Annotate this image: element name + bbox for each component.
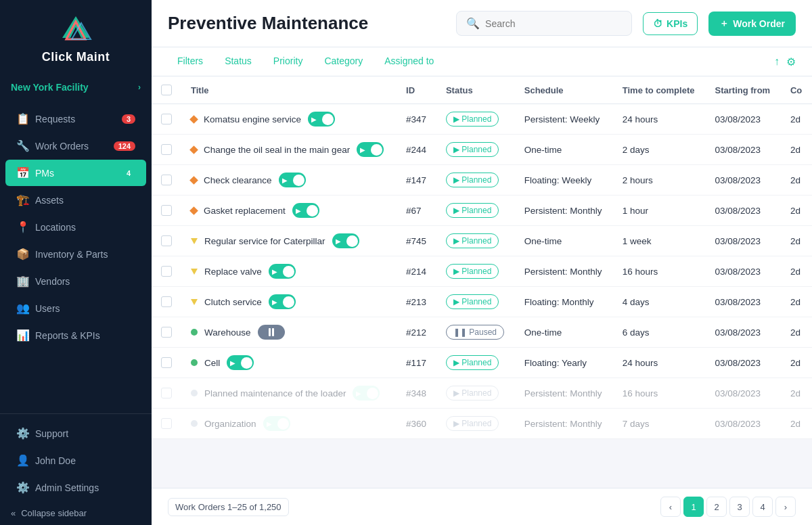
sidebar-item-support[interactable]: ⚙️ Support (5, 420, 146, 447)
pm-table: Title ID Status Schedule Time to complet… (152, 76, 812, 439)
sidebar-item-admin[interactable]: ⚙️ Admin Settings (5, 474, 146, 501)
prev-page-button[interactable]: ‹ (660, 497, 681, 517)
page-4-button[interactable]: 4 (752, 497, 773, 517)
row-title-cell: Replace valve▶ (181, 256, 397, 287)
sidebar-item-pms[interactable]: 📅 PMs 4 (5, 160, 146, 186)
sidebar-item-label: PMs (35, 168, 54, 179)
sidebar-item-vendors[interactable]: 🏢 Vendors (5, 268, 146, 294)
table-row: Gasket replacement▶#67▶ PlannedPersisten… (152, 196, 812, 226)
row-checkbox[interactable] (161, 144, 172, 155)
row-checkbox[interactable] (161, 388, 172, 398)
row-title-cell: Check clearance▶ (181, 165, 397, 196)
sidebar-item-reports[interactable]: 📊 Reports & KPIs (5, 322, 146, 348)
play-icon: ▶ (311, 116, 317, 123)
row-co: 2d (781, 135, 812, 165)
table-row: Planned maintenance of the loader▶#348▶ … (152, 378, 812, 409)
pm-toggle[interactable] (258, 325, 285, 340)
sidebar-item-label: Admin Settings (35, 482, 99, 493)
priority-indicator (191, 329, 198, 336)
next-page-button[interactable]: › (775, 497, 796, 517)
row-title: Change the oil seal in the main gear (204, 145, 350, 155)
row-checkbox[interactable] (161, 205, 172, 216)
row-id: #244 (397, 135, 436, 165)
pm-toggle[interactable]: ▶ (227, 355, 254, 370)
table-row: Replace valve▶#214▶ PlannedPersistent: M… (152, 256, 812, 287)
row-checkbox[interactable] (161, 235, 172, 246)
priority-indicator (191, 269, 198, 275)
sidebar-item-requests[interactable]: 📋 Requests 3 (5, 106, 146, 132)
row-time: 1 week (613, 226, 706, 256)
search-icon: 🔍 (466, 17, 480, 30)
pm-toggle[interactable]: ▶ (269, 294, 296, 309)
search-input[interactable] (485, 18, 622, 29)
priority-indicator (189, 145, 198, 154)
filter-priority[interactable]: Priority (264, 47, 313, 76)
table-row: Komatsu engine service▶#347▶ PlannedPers… (152, 104, 812, 135)
filter-filters[interactable]: Filters (168, 47, 212, 76)
filter-status[interactable]: Status (215, 47, 261, 76)
row-checkbox[interactable] (161, 357, 172, 368)
select-all-checkbox[interactable] (161, 85, 172, 95)
page-3-button[interactable]: 3 (729, 497, 750, 517)
pm-toggle[interactable]: ▶ (263, 416, 290, 431)
table-row: Check clearance▶#147▶ PlannedFloating: W… (152, 165, 812, 196)
row-schedule: Persistent: Weekly (515, 104, 613, 135)
row-checkbox[interactable] (161, 418, 172, 429)
status-badge: ▶ Planned (446, 112, 499, 127)
row-checkbox[interactable] (161, 296, 172, 307)
row-checkbox[interactable] (161, 114, 172, 124)
row-title: Komatsu engine service (204, 114, 301, 124)
row-checkbox[interactable] (161, 327, 172, 338)
table-row: Organization▶#360▶ PlannedPersistent: Mo… (152, 409, 812, 439)
row-co: 2d (781, 317, 812, 348)
row-status: ▶ Planned (436, 135, 515, 165)
search-bar[interactable]: 🔍 (456, 11, 632, 36)
status-badge: ▶ Planned (446, 294, 499, 309)
sidebar-item-user[interactable]: 👤 John Doe (5, 447, 146, 474)
export-icon[interactable]: ↑ (774, 55, 780, 68)
work-order-button[interactable]: ＋ Work Order (708, 12, 796, 36)
row-title-cell: Organization▶ (181, 409, 397, 439)
sidebar-item-locations[interactable]: 📍 Locations (5, 214, 146, 240)
row-title-cell: Cell▶ (181, 348, 397, 378)
sidebar-item-assets[interactable]: 🏗️ Assets (5, 187, 146, 213)
work-orders-icon: 🔧 (16, 139, 28, 152)
pm-toggle[interactable]: ▶ (308, 112, 335, 127)
pm-toggle[interactable]: ▶ (269, 264, 296, 279)
row-starting: 03/08/2023 (706, 317, 781, 348)
pm-toggle[interactable]: ▶ (279, 173, 306, 187)
row-status: ▶ Planned (436, 256, 515, 287)
sidebar-item-label: Inventory & Parts (35, 249, 108, 260)
pm-toggle[interactable]: ▶ (292, 203, 319, 218)
facility-selector[interactable]: New York Facility › (0, 75, 152, 99)
pm-toggle[interactable]: ▶ (357, 142, 384, 157)
sidebar-item-work-orders[interactable]: 🔧 Work Orders 124 (5, 133, 146, 159)
row-time: 1 hour (613, 196, 706, 226)
play-icon: ▶ (272, 268, 277, 275)
filter-category[interactable]: Category (315, 47, 372, 76)
pm-toggle[interactable]: ▶ (353, 386, 380, 401)
collapse-sidebar-button[interactable]: « Collapse sidebar (0, 501, 152, 525)
inventory-icon: 📦 (16, 248, 28, 260)
row-id: #147 (397, 165, 436, 196)
row-id: #360 (397, 409, 436, 439)
row-checkbox[interactable] (161, 266, 172, 277)
play-icon: ▶ (267, 420, 272, 428)
sidebar-item-users[interactable]: 👥 Users (5, 295, 146, 321)
row-time: 16 hours (613, 378, 706, 409)
support-icon: ⚙️ (16, 427, 28, 440)
row-time: 24 hours (613, 348, 706, 378)
page-1-button[interactable]: 1 (683, 497, 704, 517)
row-title: Check clearance (204, 175, 272, 185)
page-2-button[interactable]: 2 (706, 497, 727, 517)
row-checkbox[interactable] (161, 175, 172, 185)
row-status: ▶ Planned (436, 104, 515, 135)
row-title: Warehouse (204, 327, 251, 338)
sidebar-item-inventory[interactable]: 📦 Inventory & Parts (5, 241, 146, 267)
filter-assigned-to[interactable]: Assigned to (375, 47, 443, 76)
pm-toggle[interactable]: ▶ (332, 233, 359, 248)
settings-icon[interactable]: ⚙ (786, 55, 796, 68)
row-co: 2d (781, 256, 812, 287)
play-icon: ▶ (296, 207, 301, 214)
kpi-button[interactable]: ⏱ KPIs (643, 12, 698, 35)
